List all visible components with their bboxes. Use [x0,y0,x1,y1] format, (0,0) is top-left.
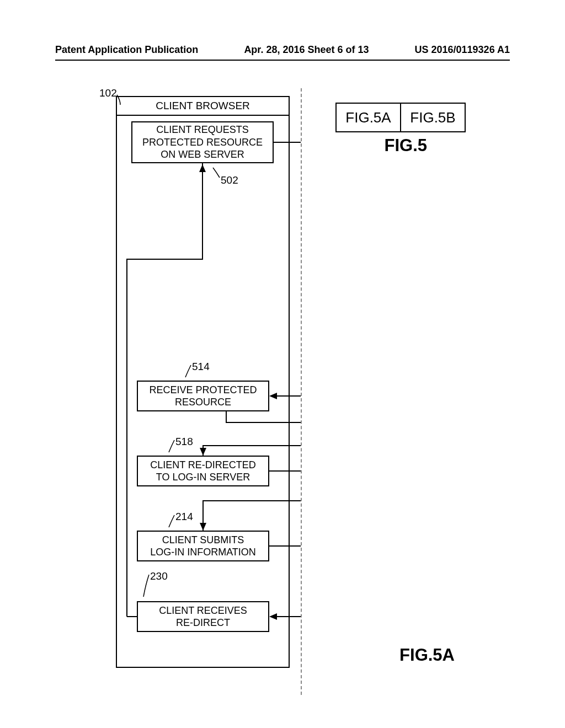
page-header: Patent Application Publication Apr. 28, … [55,44,510,56]
flowchart-diagram: FIG.5A FIG.5B FIG.5 CLIENT BROWSER CLIEN… [55,88,510,695]
ref-514: 514 [192,361,210,373]
step-receive-protected-resource: RECEIVE PROTECTED RESOURCE [137,381,269,411]
page-split-dashed-line [301,88,302,695]
ref-230: 230 [150,570,168,582]
ref-518: 518 [175,436,193,448]
header-rule [55,60,510,61]
header-right: US 2016/0119326 A1 [415,44,510,56]
header-left: Patent Application Publication [55,44,198,56]
figure-key-b: FIG.5B [401,104,465,131]
figure-5-label: FIG.5 [384,136,427,156]
ref-214: 214 [175,511,193,523]
step-client-receives-redirect: CLIENT RECEIVES RE-DIRECT [137,601,269,632]
step-client-redirected-login: CLIENT RE-DIRECTED TO LOG-IN SERVER [137,456,269,486]
figure-5a-label: FIG.5A [399,645,455,665]
step-client-submits-login: CLIENT SUBMITS LOG-IN INFORMATION [137,531,269,561]
figure-key: FIG.5A FIG.5B [335,103,466,132]
figure-key-a: FIG.5A [337,104,401,131]
ref-102: 102 [99,87,117,99]
ref-502: 502 [221,174,238,186]
step-client-requests: CLIENT REQUESTS PROTECTED RESOURCE ON WE… [131,121,274,163]
header-center: Apr. 28, 2016 Sheet 6 of 13 [244,44,369,56]
